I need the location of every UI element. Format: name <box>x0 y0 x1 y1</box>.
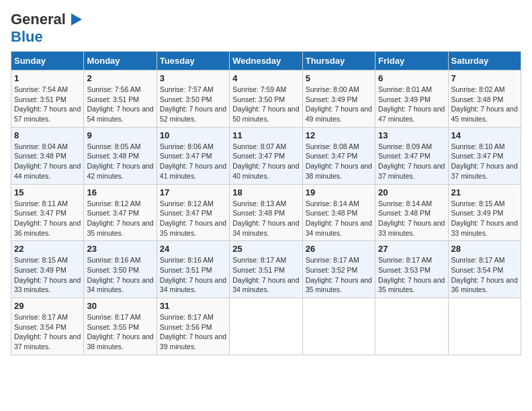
day-number: 6 <box>378 73 445 83</box>
day-number: 26 <box>306 244 372 254</box>
day-info: Sunrise: 8:00 AMSunset: 3:49 PMDaylight:… <box>306 85 372 124</box>
day-number: 12 <box>306 130 372 140</box>
calendar-cell: 7 Sunrise: 8:02 AMSunset: 3:48 PMDayligh… <box>448 71 521 128</box>
day-info: Sunrise: 8:06 AMSunset: 3:47 PMDaylight:… <box>160 142 226 181</box>
day-number: 15 <box>14 187 81 197</box>
calendar-cell: 1 Sunrise: 7:54 AMSunset: 3:51 PMDayligh… <box>11 71 84 128</box>
day-header-tuesday: Tuesday <box>157 52 229 71</box>
day-number: 28 <box>451 244 518 254</box>
calendar-cell: 15 Sunrise: 8:11 AMSunset: 3:47 PMDaylig… <box>11 184 84 241</box>
calendar-cell: 30 Sunrise: 8:17 AMSunset: 3:55 PMDaylig… <box>84 298 157 355</box>
calendar-cell: 20 Sunrise: 8:14 AMSunset: 3:48 PMDaylig… <box>375 184 448 241</box>
day-number: 2 <box>87 73 153 83</box>
logo: General Blue <box>11 11 83 46</box>
day-number: 5 <box>306 73 372 83</box>
logo-general-text: General <box>11 11 66 28</box>
calendar-cell: 9 Sunrise: 8:05 AMSunset: 3:48 PMDayligh… <box>84 127 157 184</box>
calendar-cell: 21 Sunrise: 8:15 AMSunset: 3:49 PMDaylig… <box>448 184 521 241</box>
day-header-monday: Monday <box>84 52 157 71</box>
calendar-header: SundayMondayTuesdayWednesdayThursdayFrid… <box>11 52 521 71</box>
day-info: Sunrise: 8:17 AMSunset: 3:54 PMDaylight:… <box>451 255 518 295</box>
day-info: Sunrise: 8:17 AMSunset: 3:54 PMDaylight:… <box>14 312 81 352</box>
day-info: Sunrise: 8:17 AMSunset: 3:51 PMDaylight:… <box>232 255 299 295</box>
day-info: Sunrise: 8:16 AMSunset: 3:51 PMDaylight:… <box>160 255 226 295</box>
day-header-saturday: Saturday <box>448 52 521 71</box>
day-header-thursday: Thursday <box>302 52 375 71</box>
calendar-cell: 24 Sunrise: 8:16 AMSunset: 3:51 PMDaylig… <box>157 241 229 298</box>
calendar-cell: 26 Sunrise: 8:17 AMSunset: 3:52 PMDaylig… <box>302 241 375 298</box>
calendar-cell: 12 Sunrise: 8:08 AMSunset: 3:47 PMDaylig… <box>302 127 375 184</box>
day-number: 25 <box>232 244 299 254</box>
day-info: Sunrise: 8:15 AMSunset: 3:49 PMDaylight:… <box>14 255 81 295</box>
calendar-cell: 18 Sunrise: 8:13 AMSunset: 3:48 PMDaylig… <box>230 184 302 241</box>
day-info: Sunrise: 8:11 AMSunset: 3:47 PMDaylight:… <box>14 199 81 238</box>
calendar-cell: 14 Sunrise: 8:10 AMSunset: 3:47 PMDaylig… <box>448 127 521 184</box>
day-number: 4 <box>232 73 299 83</box>
calendar-cell: 25 Sunrise: 8:17 AMSunset: 3:51 PMDaylig… <box>230 241 302 298</box>
calendar-week-3: 15 Sunrise: 8:11 AMSunset: 3:47 PMDaylig… <box>11 184 521 241</box>
day-number: 31 <box>160 301 226 311</box>
day-number: 17 <box>160 187 226 197</box>
day-number: 27 <box>378 244 445 254</box>
day-number: 21 <box>451 187 518 197</box>
calendar-cell: 17 Sunrise: 8:12 AMSunset: 3:47 PMDaylig… <box>157 184 229 241</box>
day-number: 7 <box>451 73 518 83</box>
day-info: Sunrise: 8:17 AMSunset: 3:52 PMDaylight:… <box>306 255 372 295</box>
calendar-cell: 8 Sunrise: 8:04 AMSunset: 3:48 PMDayligh… <box>11 127 84 184</box>
day-info: Sunrise: 8:01 AMSunset: 3:49 PMDaylight:… <box>378 85 445 124</box>
day-number: 22 <box>14 244 81 254</box>
day-info: Sunrise: 8:15 AMSunset: 3:49 PMDaylight:… <box>451 199 518 238</box>
day-number: 13 <box>378 130 445 140</box>
calendar-table: SundayMondayTuesdayWednesdayThursdayFrid… <box>11 51 521 355</box>
day-number: 3 <box>160 73 226 83</box>
day-number: 16 <box>87 187 153 197</box>
day-info: Sunrise: 8:09 AMSunset: 3:47 PMDaylight:… <box>378 142 445 181</box>
day-number: 11 <box>232 130 299 140</box>
day-number: 24 <box>160 244 226 254</box>
day-header-friday: Friday <box>375 52 448 71</box>
day-info: Sunrise: 8:10 AMSunset: 3:47 PMDaylight:… <box>451 142 518 181</box>
logo-triangle-icon <box>69 12 83 27</box>
calendar-cell: 31 Sunrise: 8:17 AMSunset: 3:56 PMDaylig… <box>157 298 229 355</box>
calendar-cell: 3 Sunrise: 7:57 AMSunset: 3:50 PMDayligh… <box>157 71 229 128</box>
day-info: Sunrise: 7:57 AMSunset: 3:50 PMDaylight:… <box>160 85 226 124</box>
calendar-week-1: 1 Sunrise: 7:54 AMSunset: 3:51 PMDayligh… <box>11 71 521 128</box>
day-info: Sunrise: 8:12 AMSunset: 3:47 PMDaylight:… <box>87 199 153 238</box>
logo-blue-text: Blue <box>11 28 43 46</box>
day-number: 1 <box>14 73 81 83</box>
page-header: General Blue <box>11 11 521 46</box>
calendar-cell: 13 Sunrise: 8:09 AMSunset: 3:47 PMDaylig… <box>375 127 448 184</box>
day-number: 20 <box>378 187 445 197</box>
day-info: Sunrise: 8:17 AMSunset: 3:53 PMDaylight:… <box>378 255 445 295</box>
calendar-cell <box>375 298 448 355</box>
day-info: Sunrise: 8:14 AMSunset: 3:48 PMDaylight:… <box>306 199 372 238</box>
calendar-cell: 19 Sunrise: 8:14 AMSunset: 3:48 PMDaylig… <box>302 184 375 241</box>
calendar-cell: 28 Sunrise: 8:17 AMSunset: 3:54 PMDaylig… <box>448 241 521 298</box>
day-info: Sunrise: 8:16 AMSunset: 3:50 PMDaylight:… <box>87 255 153 295</box>
day-number: 9 <box>87 130 153 140</box>
day-info: Sunrise: 8:12 AMSunset: 3:47 PMDaylight:… <box>160 199 226 238</box>
day-number: 14 <box>451 130 518 140</box>
calendar-cell <box>448 298 521 355</box>
day-number: 19 <box>306 187 372 197</box>
day-info: Sunrise: 8:13 AMSunset: 3:48 PMDaylight:… <box>232 199 299 238</box>
calendar-cell: 16 Sunrise: 8:12 AMSunset: 3:47 PMDaylig… <box>84 184 157 241</box>
day-info: Sunrise: 8:04 AMSunset: 3:48 PMDaylight:… <box>14 142 81 181</box>
day-number: 18 <box>232 187 299 197</box>
day-header-wednesday: Wednesday <box>230 52 302 71</box>
calendar-cell: 27 Sunrise: 8:17 AMSunset: 3:53 PMDaylig… <box>375 241 448 298</box>
calendar-cell: 5 Sunrise: 8:00 AMSunset: 3:49 PMDayligh… <box>302 71 375 128</box>
day-number: 23 <box>87 244 153 254</box>
day-info: Sunrise: 8:14 AMSunset: 3:48 PMDaylight:… <box>378 199 445 238</box>
calendar-cell <box>302 298 375 355</box>
calendar-cell: 29 Sunrise: 8:17 AMSunset: 3:54 PMDaylig… <box>11 298 84 355</box>
calendar-cell: 22 Sunrise: 8:15 AMSunset: 3:49 PMDaylig… <box>11 241 84 298</box>
svg-marker-0 <box>71 13 82 26</box>
calendar-cell: 2 Sunrise: 7:56 AMSunset: 3:51 PMDayligh… <box>84 71 157 128</box>
day-info: Sunrise: 8:05 AMSunset: 3:48 PMDaylight:… <box>87 142 153 181</box>
calendar-cell: 6 Sunrise: 8:01 AMSunset: 3:49 PMDayligh… <box>375 71 448 128</box>
day-header-sunday: Sunday <box>11 52 84 71</box>
day-info: Sunrise: 8:17 AMSunset: 3:56 PMDaylight:… <box>160 312 226 352</box>
calendar-cell <box>230 298 302 355</box>
day-number: 10 <box>160 130 226 140</box>
